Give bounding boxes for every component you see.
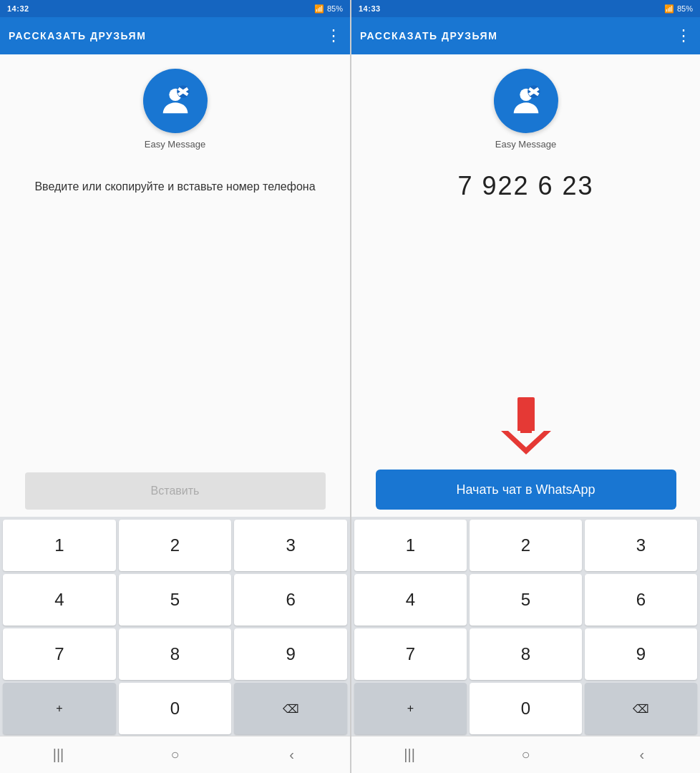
person-icon-left (157, 82, 194, 120)
key-6-right[interactable]: 6 (585, 574, 697, 626)
keyboard-row-1-right: 1 2 3 (353, 518, 699, 573)
recent-apps-icon-right[interactable]: ||| (395, 741, 424, 769)
key-8-left[interactable]: 8 (119, 628, 232, 680)
menu-button-left[interactable]: ⋮ (326, 26, 341, 45)
key-7-right[interactable]: 7 (354, 628, 467, 680)
svg-rect-11 (520, 397, 532, 433)
key-5-left[interactable]: 5 (119, 574, 232, 626)
person-icon-right (507, 82, 545, 120)
key-7-left[interactable]: 7 (3, 628, 116, 680)
menu-button-right[interactable]: ⋮ (676, 26, 691, 45)
app-icon-label-right: Easy Message (495, 139, 556, 150)
key-0-right[interactable]: 0 (470, 683, 582, 734)
key-0-left[interactable]: 0 (119, 683, 232, 734)
status-bar-left: 14:32 📶 85% (0, 0, 350, 17)
panel-right: 14:33 📶 85% РАССКАЗАТЬ ДРУЗЬЯМ ⋮ Easy Me… (350, 0, 700, 773)
key-plus-right[interactable]: + (354, 683, 467, 734)
key-1-right[interactable]: 1 (354, 520, 467, 571)
appbar-title-left: РАССКАЗАТЬ ДРУЗЬЯМ (9, 30, 146, 42)
wifi-icon-right: 📶 (664, 4, 674, 14)
nav-bar-left: ||| ○ ‹ (0, 736, 350, 773)
key-6-left[interactable]: 6 (234, 574, 347, 626)
instruction-text: Введите или скопируйте и вставьте номер … (34, 178, 315, 195)
phone-number-display: 7 922 6 23 (363, 171, 689, 201)
keyboard-row-3-left: 7 8 9 (1, 627, 349, 681)
keyboard-row-2-right: 4 5 6 (353, 573, 699, 627)
key-1-left[interactable]: 1 (3, 520, 116, 571)
app-icon-label-left: Easy Message (145, 139, 205, 150)
app-icon-wrapper-right: Easy Message (494, 69, 558, 150)
key-2-right[interactable]: 2 (470, 520, 582, 571)
keyboard-row-2-left: 4 5 6 (1, 573, 349, 627)
keyboard-row-1-left: 1 2 3 (1, 518, 349, 573)
app-icon-wrapper-left: Easy Message (143, 69, 208, 150)
battery-left: 85% (327, 4, 343, 13)
status-icons-right: 📶 85% (664, 4, 693, 14)
wifi-icon: 📶 (314, 4, 324, 14)
app-icon-left (143, 69, 208, 133)
back-icon-right[interactable]: ‹ (628, 741, 656, 769)
time-left: 14:32 (7, 4, 29, 13)
content-right: Easy Message 7 922 6 23 Начать чат в Wha… (351, 54, 700, 517)
nav-bar-right: ||| ○ ‹ (351, 736, 700, 773)
keyboard-row-4-right: + 0 ⌫ (353, 681, 699, 736)
key-9-right[interactable]: 9 (585, 628, 697, 680)
key-backspace-right[interactable]: ⌫ (585, 683, 697, 734)
red-arrow-down-icon (497, 394, 555, 458)
appbar-right: РАССКАЗАТЬ ДРУЗЬЯМ ⋮ (351, 17, 700, 54)
key-8-right[interactable]: 8 (470, 628, 582, 680)
panel-left: 14:32 📶 85% РАССКАЗАТЬ ДРУЗЬЯМ ⋮ Easy Me… (0, 0, 350, 773)
status-icons-left: 📶 85% (314, 4, 343, 14)
key-3-left[interactable]: 3 (234, 520, 347, 571)
key-4-left[interactable]: 4 (3, 574, 116, 626)
appbar-left: РАССКАЗАТЬ ДРУЗЬЯМ ⋮ (0, 17, 350, 54)
keyboard-row-4-left: + 0 ⌫ (1, 681, 349, 736)
paste-button[interactable]: Вставить (25, 472, 326, 510)
status-bar-right: 14:33 📶 85% (351, 0, 700, 17)
key-3-right[interactable]: 3 (585, 520, 697, 571)
home-icon-left[interactable]: ○ (161, 741, 190, 769)
key-2-left[interactable]: 2 (119, 520, 232, 571)
keyboard-row-3-right: 7 8 9 (353, 627, 699, 681)
key-4-right[interactable]: 4 (354, 574, 467, 626)
key-5-right[interactable]: 5 (470, 574, 582, 626)
appbar-title-right: РАССКАЗАТЬ ДРУЗЬЯМ (360, 30, 497, 42)
keyboard-left: 1 2 3 4 5 6 7 8 9 + 0 ⌫ (0, 517, 350, 736)
content-left: Easy Message Введите или скопируйте и вс… (0, 54, 350, 517)
battery-right: 85% (677, 4, 693, 13)
time-right: 14:33 (359, 4, 381, 13)
back-icon-left[interactable]: ‹ (278, 741, 306, 769)
key-plus-left[interactable]: + (3, 683, 116, 734)
keyboard-right: 1 2 3 4 5 6 7 8 9 + 0 ⌫ (351, 517, 700, 736)
home-icon-right[interactable]: ○ (511, 741, 540, 769)
recent-apps-icon-left[interactable]: ||| (44, 741, 73, 769)
red-arrow-wrapper (497, 394, 555, 458)
whatsapp-button[interactable]: Начать чат в WhatsApp (376, 470, 676, 510)
key-9-left[interactable]: 9 (234, 628, 347, 680)
app-icon-right (494, 69, 558, 133)
key-backspace-left[interactable]: ⌫ (234, 683, 347, 734)
